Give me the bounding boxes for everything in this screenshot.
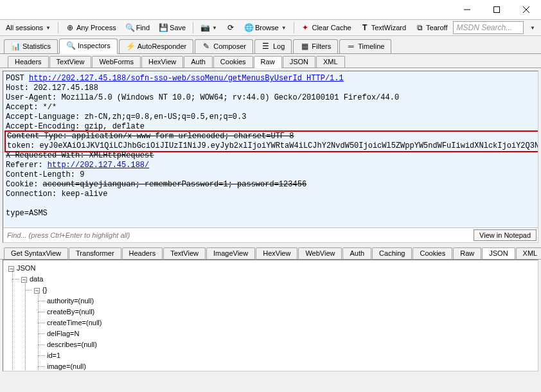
response-tab-cookies[interactable]: Cookies (412, 247, 452, 259)
json-tree-pane[interactable]: −JSON −data −{} authority=(null)createBy… (3, 260, 538, 371)
search-input[interactable]: MSDN Search... (453, 21, 524, 34)
svg-rect-1 (494, 7, 500, 13)
browse-dropdown[interactable]: 🌐Browse▼ (241, 22, 290, 33)
response-tab-xml[interactable]: XML (516, 247, 541, 259)
tearoff-icon: ⧉ (415, 23, 424, 32)
save-button[interactable]: 💾Save (155, 22, 189, 33)
referer-link[interactable]: http://202.127.45.188/ (48, 161, 149, 170)
request-tab-xml[interactable]: XML (316, 56, 345, 67)
clock-icon: ⟳ (226, 23, 235, 32)
edit-icon: ✎ (202, 42, 211, 51)
response-tab-raw[interactable]: Raw (453, 247, 481, 259)
keep-button[interactable]: ⟳ (223, 22, 238, 33)
response-tab-json[interactable]: JSON (482, 247, 515, 260)
tab-log[interactable]: ☰Log (254, 39, 292, 53)
view-in-notepad-button[interactable]: View in Notepad (474, 229, 537, 241)
tree-leaf[interactable]: createBy=(null) (47, 307, 535, 317)
tab-composer[interactable]: ✎Composer (195, 39, 253, 53)
request-tab-json[interactable]: JSON (283, 56, 315, 67)
response-view-tabs: Get SyntaxViewTransformerHeadersTextView… (0, 245, 541, 260)
tab-statistics[interactable]: 📊Statistics (4, 39, 58, 53)
tree-leaf[interactable]: delFlag=N (47, 328, 535, 339)
save-icon: 💾 (159, 23, 168, 32)
tearoff-button[interactable]: ⧉Tearoff (412, 22, 450, 33)
highlighted-headers: Content-Type: application/x-www-form-url… (4, 130, 538, 152)
chevron-down-icon: ▼ (530, 25, 535, 31)
request-tab-textview[interactable]: TextView (49, 56, 92, 67)
response-tab-caching[interactable]: Caching (372, 247, 412, 259)
close-button[interactable] (511, 0, 541, 19)
chevron-down-icon: ▼ (212, 25, 217, 31)
tree-node-data: data (30, 275, 43, 283)
find-icon: 🔍 (125, 23, 134, 32)
chevron-down-icon: ▼ (281, 25, 287, 31)
minimize-button[interactable] (452, 0, 482, 19)
filter-label: All sessions (6, 24, 43, 31)
response-tab-get-syntaxview[interactable]: Get SyntaxView (4, 247, 68, 259)
tree-leaf[interactable]: image=(null) (47, 361, 535, 371)
help-dropdown[interactable]: ▼ (526, 24, 538, 32)
tab-filters[interactable]: ▦Filters (293, 39, 338, 53)
response-tab-headers[interactable]: Headers (122, 247, 163, 259)
tree-root: JSON (17, 264, 35, 272)
raw-request-pane: POST http://202.127.45.188/sofn-sso-web/… (3, 71, 538, 243)
tree-leaf[interactable]: describes=(null) (47, 339, 535, 350)
response-tab-transformer[interactable]: Transformer (69, 247, 121, 259)
struck-x-requested-with: X-Requested-With: XMLHttpRequest (6, 151, 154, 160)
raw-request-text[interactable]: POST http://202.127.45.188/sofn-sso-web/… (3, 71, 538, 227)
tab-autoresponder[interactable]: ⚡AutoResponder (119, 39, 193, 53)
find-button[interactable]: 🔍Find (122, 22, 153, 33)
timeline-icon: ═ (346, 42, 355, 51)
request-tab-auth[interactable]: Auth (184, 56, 213, 67)
response-tab-webview[interactable]: WebView (298, 247, 342, 259)
chevron-down-icon: ▼ (46, 25, 51, 31)
tree-leaf[interactable]: createTime=(null) (47, 317, 535, 328)
request-url-link[interactable]: http://202.127.45.188/sofn-sso-web/ssoMe… (29, 74, 344, 83)
inspect-icon: 🔍 (66, 41, 75, 50)
request-tab-hexview[interactable]: HexView (141, 56, 183, 67)
main-toolbar: All sessions▼ ⊕Any Process 🔍Find 💾Save 📷… (0, 19, 541, 36)
maximize-button[interactable] (482, 0, 511, 19)
response-tab-imageview[interactable]: ImageView (206, 247, 255, 259)
request-tab-webforms[interactable]: WebForms (92, 56, 141, 67)
stats-icon: 📊 (11, 42, 20, 51)
clear-cache-button[interactable]: ✦Clear Cache (297, 22, 354, 33)
process-label: Any Process (76, 24, 116, 31)
target-icon: ⊕ (66, 23, 75, 32)
tree-leaf[interactable]: id=1 (47, 350, 535, 361)
screenshot-button[interactable]: 📷▼ (197, 22, 220, 33)
response-tab-hexview[interactable]: HexView (256, 247, 297, 259)
struck-cookie: account=qiyejianguan; rememberPassword=1… (43, 180, 306, 189)
find-input[interactable] (3, 228, 472, 242)
filter-icon: ▦ (300, 42, 309, 51)
browser-icon: 🌐 (244, 23, 253, 32)
lightning-icon: ⚡ (126, 42, 135, 51)
camera-icon: 📷 (200, 23, 209, 32)
process-dropdown[interactable]: ⊕Any Process (62, 22, 120, 33)
clear-icon: ✦ (301, 23, 310, 32)
textwizard-button[interactable]: TTextWizard (357, 22, 409, 33)
tree-node-object: {} (42, 286, 47, 294)
window-titlebar (0, 0, 541, 19)
response-tab-textview[interactable]: TextView (163, 247, 206, 259)
tab-timeline[interactable]: ═Timeline (339, 39, 391, 53)
inspector-tabs: 📊Statistics 🔍Inspectors ⚡AutoResponder ✎… (0, 36, 541, 54)
request-tab-raw[interactable]: Raw (254, 56, 282, 68)
request-view-tabs: HeadersTextViewWebFormsHexViewAuthCookie… (0, 54, 541, 68)
find-bar: View in Notepad (3, 227, 538, 242)
request-tab-cookies[interactable]: Cookies (213, 56, 253, 67)
tree-leaf[interactable]: authority=(null) (47, 296, 535, 307)
tab-inspectors[interactable]: 🔍Inspectors (59, 39, 118, 54)
response-tab-auth[interactable]: Auth (342, 247, 371, 259)
text-icon: T (360, 23, 369, 32)
log-icon: ☰ (262, 42, 270, 51)
request-tab-headers[interactable]: Headers (8, 56, 49, 67)
sessions-dropdown[interactable]: All sessions▼ (3, 22, 54, 33)
